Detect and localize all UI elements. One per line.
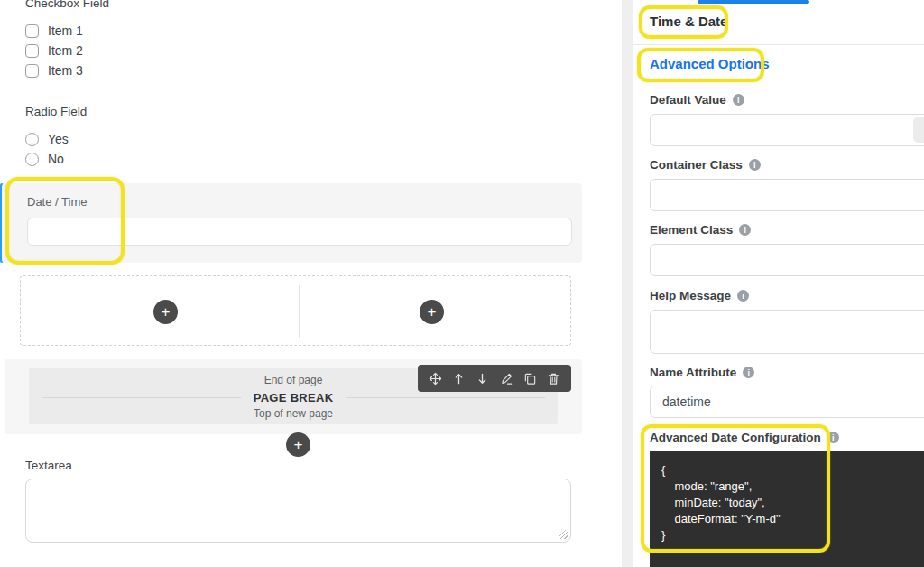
column-divider [299, 285, 300, 338]
code-line: minDate: "today", [661, 495, 924, 511]
help-message-textarea[interactable] [650, 310, 924, 354]
date-time-field-label: Date / Time [27, 195, 87, 209]
divider-line [346, 397, 545, 398]
code-line: dateFormat: "Y-m-d" [661, 511, 924, 527]
radio-item-label: Yes [48, 132, 69, 146]
radio-icon[interactable] [25, 153, 39, 166]
active-tab-indicator [698, 0, 809, 4]
radio-field-label: Radio Field [25, 105, 87, 118]
advanced-date-config-label: Advanced Date Configuration i [650, 431, 839, 444]
divider [633, 44, 924, 45]
date-time-input[interactable] [27, 218, 572, 246]
info-icon[interactable]: i [749, 159, 761, 171]
field-label-text: Container Class [650, 158, 743, 172]
checkbox-field-label: Checkbox Field [25, 0, 109, 10]
textarea-field-label: Textarea [25, 459, 72, 472]
move-icon[interactable] [427, 370, 443, 386]
default-value-label: Default Value i [650, 93, 744, 107]
field-label-text: Name Attribute [650, 366, 736, 379]
date-time-field[interactable]: Date / Time [2, 183, 582, 263]
add-element-button-bottom[interactable]: + [286, 432, 310, 457]
checkbox-item[interactable]: Item 2 [25, 43, 83, 58]
field-label-text: Advanced Date Configuration [650, 431, 821, 444]
checkbox-item[interactable]: Item 1 [25, 23, 83, 38]
field-settings-panel: Time & Date Advanced Options Default Val… [633, 0, 924, 567]
add-element-button-right[interactable]: + [420, 300, 444, 324]
radio-item[interactable]: Yes [25, 132, 69, 146]
info-icon[interactable]: i [737, 290, 749, 302]
top-of-new-page-text: Top of new page [29, 407, 558, 420]
page-break-title-row: PAGE BREAK [29, 391, 558, 404]
edit-icon[interactable] [498, 370, 514, 386]
divider-line [42, 397, 241, 398]
info-icon[interactable]: i [743, 367, 754, 378]
checkbox-icon[interactable] [25, 24, 39, 38]
element-class-input[interactable] [650, 244, 924, 276]
add-element-button-left[interactable]: + [153, 300, 178, 324]
field-label-text: Help Message [650, 289, 731, 302]
delete-icon[interactable] [546, 370, 562, 386]
checkbox-item[interactable]: Item 3 [25, 63, 83, 78]
info-icon[interactable]: i [827, 432, 839, 443]
info-icon[interactable]: i [739, 224, 751, 236]
code-line: } [661, 527, 924, 544]
default-value-input[interactable] [650, 114, 924, 146]
add-element-dropzone[interactable]: + + [20, 275, 571, 346]
field-label-text: Default Value [650, 93, 726, 107]
default-value-picker-button[interactable] [913, 117, 924, 143]
checkbox-item-label: Item 2 [48, 43, 83, 58]
checkbox-item-label: Item 1 [48, 23, 83, 38]
name-attribute-label: Name Attribute i [650, 366, 754, 379]
container-class-input[interactable] [650, 179, 924, 211]
info-icon[interactable]: i [733, 94, 744, 106]
textarea-input[interactable] [25, 479, 571, 543]
radio-item-label: No [48, 152, 64, 166]
settings-panel-title: Time & Date [650, 14, 727, 29]
advanced-date-config-editor[interactable]: { mode: "range", minDate: "today", dateF… [650, 451, 924, 567]
radio-item[interactable]: No [25, 152, 64, 166]
code-line: mode: "range", [661, 479, 924, 495]
name-attribute-input[interactable] [650, 386, 924, 418]
panel-divider-strip [622, 0, 633, 567]
form-preview-panel: Checkbox Field Item 1 Item 2 Item 3 Radi… [0, 0, 582, 567]
element-class-label: Element Class i [650, 223, 751, 237]
form-builder-screen: Checkbox Field Item 1 Item 2 Item 3 Radi… [0, 0, 924, 567]
help-message-label: Help Message i [650, 289, 749, 302]
radio-icon[interactable] [25, 133, 39, 146]
arrow-down-icon[interactable] [475, 370, 491, 386]
checkbox-item-label: Item 3 [48, 63, 83, 78]
resize-grip-icon[interactable] [559, 530, 568, 539]
element-toolbar [418, 365, 571, 392]
checkbox-icon[interactable] [25, 44, 39, 58]
page-break-title: PAGE BREAK [254, 391, 334, 404]
duplicate-icon[interactable] [522, 370, 538, 386]
code-line: { [661, 462, 924, 479]
advanced-options-link[interactable]: Advanced Options [650, 56, 770, 71]
arrow-up-icon[interactable] [450, 370, 467, 386]
container-class-label: Container Class i [650, 158, 761, 172]
field-label-text: Element Class [650, 223, 733, 237]
checkbox-icon[interactable] [25, 64, 39, 78]
